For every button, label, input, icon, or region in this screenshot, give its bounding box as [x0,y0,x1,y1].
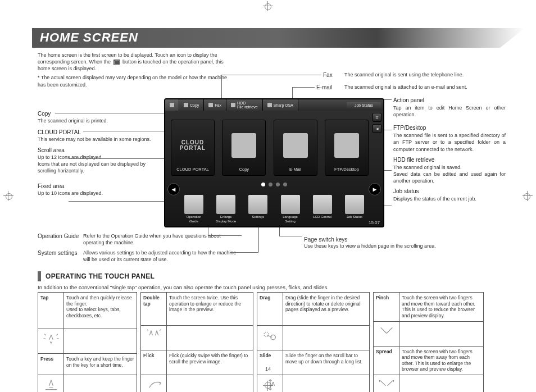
dot [269,183,272,186]
tile-label: CLOUD PORTAL [176,167,209,172]
section-heading-text: OPERATING THE TOUCH PANEL [46,272,155,280]
gesture-table-1: Tap Touch and then quickly release the f… [38,292,137,392]
drag-icon [261,328,280,344]
hdd-icon [231,103,235,107]
gesture-desc-doubletap: Touch the screen twice. Use this operati… [167,293,253,326]
status-icon [345,195,364,214]
leader [292,87,315,88]
callout-hdd-desc: The scanned original is saved. Saved dat… [393,164,506,184]
tab-copy[interactable]: Copy [179,99,204,111]
tile-copy[interactable]: Copy [222,120,266,176]
tile-label: Copy [239,167,249,172]
cloud-text: PORTAL [180,145,206,151]
leader [221,75,321,75]
leader [230,252,258,253]
fixed-opguide[interactable]: OperationGuide [181,195,207,223]
tile-email[interactable]: E-Mail [274,120,317,176]
leader [279,236,302,236]
tab-label: HDD File retrieve [237,101,258,109]
callout-fixed-title: Fixed area [38,183,167,189]
fax-icon [208,103,213,107]
fixed-label: Language [283,215,298,218]
tile-cloud-portal[interactable]: CLOUDPORTAL CLOUD PORTAL [171,120,215,176]
home-icon [170,103,174,107]
copy-icon [184,103,188,107]
fixed-label: Settings [252,215,265,218]
tile-label: FTP/Desktop [334,167,359,172]
callout-action-title: Action panel [393,97,506,103]
fixed-language[interactable]: LanguageSetting [278,195,303,223]
tab-fax[interactable]: Fax [204,99,226,111]
scroll-area: CLOUDPORTAL CLOUD PORTAL Copy E-Mail FTP… [171,118,369,177]
callout-psk-desc: Use these keys to view a hidden page in … [304,243,436,249]
callout-copy-title: Copy [38,111,167,117]
page-prev-button[interactable]: ◄ [167,183,180,195]
fixed-settings[interactable]: Settings [245,195,271,223]
gesture-name-doubletap: Double tap [141,293,167,326]
callout-opguide-title: Operation Guide [38,233,79,239]
callout-jobstatus-desc: Displays the status of the current job. [393,195,506,202]
gesture-name-tap: Tap [38,293,64,329]
action-item[interactable]: ◂ [373,124,381,133]
page-dots [165,181,383,188]
tab-hdd[interactable]: HDD File retrieve [226,99,263,111]
ftp-icon [334,133,359,158]
gesture-table-4: Pinch Touch the screen with two fingers … [373,292,484,392]
callout-cloud-title: CLOUD PORTAL [38,129,167,135]
fixed-label: Operation [187,215,201,218]
page-title: HOME SCREEN [32,28,525,48]
fixed-lcd[interactable]: LCD Control [310,195,335,223]
callout-ftp-title: FTP/Desktop [393,125,506,131]
cloud-text: CLOUD [181,140,205,145]
email-icon [283,133,308,158]
callout-psk-title: Page switch keys [304,236,347,243]
intro-text: The home screen is the first screen to b… [38,52,229,88]
doubletap-icon [144,328,163,344]
fixed-enlarge[interactable]: EnlargeDisplay Mode [213,195,239,223]
callout-ftp-desc: The scanned file is sent to a specified … [393,132,506,152]
callout-copy-desc: The scanned original is printed. [38,118,156,125]
callout-syssettings-title: System settings [38,250,78,256]
job-status-button[interactable]: Job Status [347,102,381,108]
book-icon [184,195,203,214]
tab-label: Copy [190,103,199,107]
fixed-jobstatus[interactable]: Job Status [342,195,367,223]
leader [69,158,167,159]
panel-topbar: Copy Fax HDD File retrieve Sharp OSA Job… [165,99,383,111]
callout-email-desc: The scanned original is attached to an e… [344,84,467,90]
fixed-label: Display Mode [216,220,236,223]
gesture-desc-pinch: Touch the screen with two fingers and mo… [399,293,484,322]
gesture-desc-tap: Touch and then quickly release the finge… [64,293,137,329]
tile-ftp[interactable]: FTP/Desktop [325,120,369,176]
callout-fixed-desc: Up to 10 icons are displayed. [38,190,156,197]
press-icon [42,377,61,392]
action-item[interactable]: ≡ [373,113,381,122]
callout-syssettings-desc: Allows various settings to be adjusted a… [83,250,240,263]
dot-active [261,183,265,186]
section-heading: OPERATING THE TOUCH PANEL [38,271,155,281]
page-next-button[interactable]: ► [369,183,381,195]
tab-sharposa[interactable]: Sharp OSA [263,99,298,111]
fixed-label: LCD Control [313,215,331,218]
svg-point-0 [264,332,269,337]
fixed-label: Enlarge [220,215,232,218]
fixed-label: Setting [285,220,296,223]
callout-hdd-title: HDD file retrieve [393,157,506,163]
zoom-icon [216,195,235,214]
page-number: 14 [0,366,536,372]
flick-icon [144,377,163,392]
callout-fax-title: Fax [323,72,333,78]
action-panel: ≡ ◂ [373,113,381,133]
callout-email-title: E-mail [316,84,332,90]
callout-scroll-desc: Up to 12 icons are displayed. Icons that… [38,154,156,174]
gear-icon [248,195,267,214]
tab-home[interactable] [165,99,179,111]
dot [276,183,280,186]
callout-jobstatus-title: Job status [393,188,506,194]
sharp-icon [267,103,272,107]
tap-icon [42,331,61,347]
clock: 15:07 [369,220,380,225]
leader [208,235,242,236]
fixed-area: OperationGuide EnlargeDisplay Mode Setti… [181,192,367,223]
callout-fax-desc: The scanned original is sent using the t… [344,72,464,78]
